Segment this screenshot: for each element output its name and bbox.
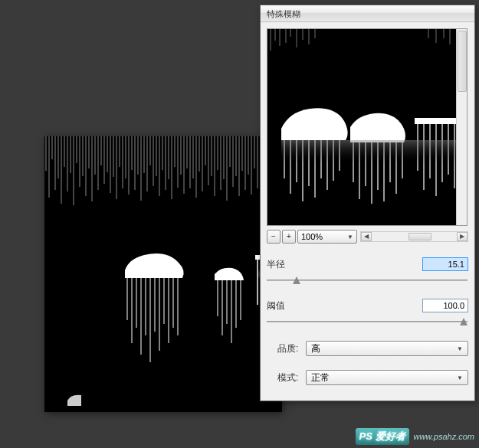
radius-input[interactable]: 15.1 xyxy=(422,257,468,271)
watermark: PS 爱好者 www.psahz.com xyxy=(356,428,474,445)
zoom-out-button[interactable]: − xyxy=(267,230,281,244)
slider-track xyxy=(267,321,468,322)
quality-label: 品质: xyxy=(277,342,298,355)
radius-slider[interactable] xyxy=(267,275,468,286)
hscroll-thumb[interactable] xyxy=(408,233,431,240)
threshold-slider-handle[interactable] xyxy=(460,318,468,325)
threshold-row: 阈值 100.0 xyxy=(267,298,468,313)
preview-hscroll[interactable]: ◀ ▶ xyxy=(360,231,468,242)
chevron-down-icon: ▼ xyxy=(347,234,353,240)
mode-label: 模式: xyxy=(277,371,298,384)
scroll-left-icon[interactable]: ◀ xyxy=(361,232,372,241)
mode-value: 正常 xyxy=(311,371,330,384)
threshold-label: 阈值 xyxy=(267,299,285,312)
dialog-title: 特殊模糊 xyxy=(267,9,300,18)
dialog-titlebar[interactable]: 特殊模糊 xyxy=(261,5,474,22)
scroll-right-icon[interactable]: ▶ xyxy=(457,232,468,241)
quality-select[interactable]: 高 ▼ xyxy=(306,341,468,356)
dialog-body: − + 100% ▼ ◀ ▶ 半径 15.1 阈值 100.0 xyxy=(261,22,474,401)
preview-container xyxy=(267,28,468,226)
quality-row: 品质: 高 ▼ xyxy=(267,341,468,356)
mode-select[interactable]: 正常 ▼ xyxy=(306,370,468,385)
radius-label: 半径 xyxy=(267,258,285,271)
zoom-value: 100% xyxy=(301,232,323,241)
svg-rect-145 xyxy=(281,140,456,163)
threshold-input[interactable]: 100.0 xyxy=(422,299,468,312)
chevron-down-icon: ▼ xyxy=(457,374,463,381)
radius-row: 半径 15.1 xyxy=(267,257,468,272)
watermark-badge: PS 爱好者 xyxy=(356,428,409,445)
chevron-down-icon: ▼ xyxy=(457,345,463,352)
preview-area[interactable] xyxy=(267,29,456,225)
threshold-slider[interactable] xyxy=(267,316,468,327)
smart-blur-dialog: 特殊模糊 xyxy=(260,5,475,401)
preview-vscroll[interactable] xyxy=(456,29,467,225)
vscroll-thumb[interactable] xyxy=(458,31,467,92)
zoom-controls: − + 100% ▼ ◀ ▶ xyxy=(267,229,468,244)
canvas-image xyxy=(44,136,282,412)
mode-row: 模式: 正常 ▼ xyxy=(267,370,468,385)
zoom-level-select[interactable]: 100% ▼ xyxy=(297,230,357,244)
svg-rect-118 xyxy=(415,118,456,124)
watermark-url: www.psahz.com xyxy=(414,432,474,441)
zoom-in-button[interactable]: + xyxy=(282,230,296,244)
main-canvas xyxy=(44,136,282,412)
quality-value: 高 xyxy=(311,342,320,355)
radius-slider-handle[interactable] xyxy=(293,276,300,284)
